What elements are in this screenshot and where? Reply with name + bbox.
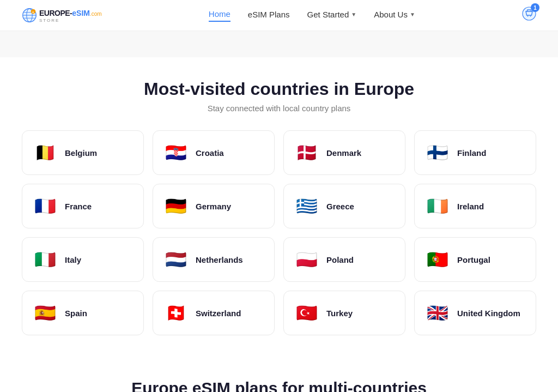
country-name-hr: Croatia: [196, 148, 224, 158]
country-name-ie: Ireland: [457, 202, 484, 211]
svg-point-8: [527, 16, 528, 17]
multi-section: Europe eSIM plans for multi-countries Mu…: [0, 368, 558, 392]
section-subtitle: Stay connected with local country plans: [22, 104, 536, 113]
country-card-fi[interactable]: 🇫🇮Finland: [414, 130, 536, 175]
nav-esim-plans[interactable]: eSIM Plans: [248, 10, 290, 21]
main-content: Most-visited countries in Europe Stay co…: [0, 57, 558, 368]
logo-globe-icon: e: [22, 8, 37, 23]
svg-text:e: e: [32, 10, 34, 14]
country-name-es: Spain: [65, 309, 87, 318]
flag-dk: 🇩🇰: [295, 141, 319, 165]
country-card-tr[interactable]: 🇹🇷Turkey: [283, 291, 405, 335]
country-name-tr: Turkey: [326, 309, 353, 318]
country-card-de[interactable]: 🇩🇪Germany: [153, 184, 275, 228]
country-card-es[interactable]: 🇪🇸Spain: [22, 291, 144, 335]
country-name-nl: Netherlands: [196, 255, 243, 264]
flag-pt: 🇵🇹: [426, 248, 450, 272]
svg-point-9: [530, 16, 531, 17]
country-card-it[interactable]: 🇮🇹Italy: [22, 237, 144, 282]
country-name-it: Italy: [65, 255, 81, 264]
country-card-dk[interactable]: 🇩🇰Denmark: [283, 130, 405, 175]
country-name-be: Belgium: [65, 148, 97, 158]
flag-fr: 🇫🇷: [33, 194, 57, 218]
country-card-be[interactable]: 🇧🇪Belgium: [22, 130, 144, 175]
country-name-de: Germany: [196, 202, 231, 211]
cart-button[interactable]: 1: [522, 7, 536, 24]
about-us-chevron-icon: ▼: [410, 11, 415, 17]
nav-get-started[interactable]: Get Started ▼: [307, 10, 357, 21]
flag-ch: 🇨🇭: [164, 301, 188, 325]
flag-be: 🇧🇪: [33, 141, 57, 165]
cart-badge: 1: [531, 3, 539, 12]
country-name-fr: France: [65, 202, 92, 211]
logo-text: EUROPE-eSIM.com STORE: [39, 8, 102, 23]
main-nav: Home eSIM Plans Get Started ▼ About Us ▼: [209, 9, 415, 22]
flag-ie: 🇮🇪: [426, 194, 450, 218]
multi-title: Europe eSIM plans for multi-countries: [22, 379, 536, 392]
country-card-pl[interactable]: 🇵🇱Poland: [283, 237, 405, 282]
country-name-ch: Switzerland: [196, 309, 241, 318]
flag-fi: 🇫🇮: [426, 141, 450, 165]
get-started-chevron-icon: ▼: [351, 11, 356, 17]
flag-de: 🇩🇪: [164, 194, 188, 218]
country-card-fr[interactable]: 🇫🇷France: [22, 184, 144, 228]
country-name-pt: Portugal: [457, 255, 490, 264]
country-name-fi: Finland: [457, 148, 486, 158]
flag-nl: 🇳🇱: [164, 248, 188, 272]
country-card-hr[interactable]: 🇭🇷Croatia: [153, 130, 275, 175]
country-name-dk: Denmark: [326, 148, 361, 158]
country-card-ie[interactable]: 🇮🇪Ireland: [414, 184, 536, 228]
hero-bar: [0, 31, 558, 57]
flag-es: 🇪🇸: [33, 301, 57, 325]
flag-hr: 🇭🇷: [164, 141, 188, 165]
country-card-ch[interactable]: 🇨🇭Switzerland: [153, 291, 275, 335]
flag-gr: 🇬🇷: [295, 194, 319, 218]
country-name-pl: Poland: [326, 255, 354, 264]
site-header: e EUROPE-eSIM.com STORE Home eSIM Plans …: [0, 0, 558, 31]
country-card-gb[interactable]: 🇬🇧United Kingdom: [414, 291, 536, 335]
country-card-pt[interactable]: 🇵🇹Portugal: [414, 237, 536, 282]
country-card-nl[interactable]: 🇳🇱Netherlands: [153, 237, 275, 282]
section-title: Most-visited countries in Europe: [22, 79, 536, 99]
country-grid: 🇧🇪Belgium🇭🇷Croatia🇩🇰Denmark🇫🇮Finland🇫🇷Fr…: [22, 130, 536, 335]
nav-home[interactable]: Home: [209, 9, 231, 22]
logo[interactable]: e EUROPE-eSIM.com STORE: [22, 8, 102, 23]
flag-it: 🇮🇹: [33, 248, 57, 272]
country-name-gb: United Kingdom: [457, 309, 520, 318]
country-name-gr: Greece: [326, 202, 354, 211]
flag-pl: 🇵🇱: [295, 248, 319, 272]
nav-about-us[interactable]: About Us ▼: [374, 10, 415, 21]
country-card-gr[interactable]: 🇬🇷Greece: [283, 184, 405, 228]
flag-gb: 🇬🇧: [426, 301, 450, 325]
flag-tr: 🇹🇷: [295, 301, 319, 325]
